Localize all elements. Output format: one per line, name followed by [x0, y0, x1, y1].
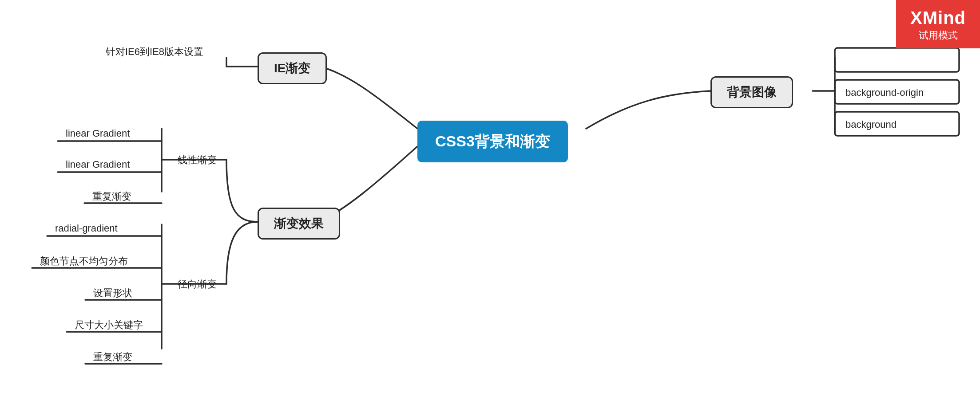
sub-linear-gradient[interactable]: 线性渐变: [178, 153, 217, 167]
branch-background-image[interactable]: 背景图像: [710, 76, 793, 108]
leaf-radial-3[interactable]: 尺寸大小关键字: [71, 316, 147, 334]
leaf-radial-1[interactable]: 颜色节点不均匀分布: [36, 252, 131, 271]
svg-rect-2: [835, 48, 959, 72]
leaf-linear-2[interactable]: 重复渐变: [89, 187, 135, 206]
xmind-brand-text: XMind: [910, 8, 966, 28]
leaf-ie-desc[interactable]: 针对IE6到IE8版本设置: [102, 43, 207, 61]
branch-ie-gradient[interactable]: IE渐变: [258, 52, 327, 84]
leaf-linear-1[interactable]: linear Gradient: [62, 156, 133, 173]
xmind-mode-text: 试用模式: [910, 29, 966, 42]
mindmap-canvas: CSS3背景和渐变 IE渐变 针对IE6到IE8版本设置 渐变效果 线性渐变 l…: [0, 0, 980, 397]
leaf-linear-0[interactable]: linear Gradient: [62, 125, 133, 142]
leaf-radial-4[interactable]: 重复渐变: [90, 348, 136, 366]
root-node[interactable]: CSS3背景和渐变: [417, 121, 568, 162]
leaf-bg[interactable]: background: [842, 116, 900, 133]
leaf-radial-0[interactable]: radial-gradient: [52, 220, 121, 237]
sub-radial-gradient[interactable]: 径向渐变: [178, 278, 217, 291]
xmind-trial-badge: XMind 试用模式: [896, 0, 980, 48]
leaf-bg-origin[interactable]: background-origin: [842, 84, 927, 101]
branch-gradient-effect[interactable]: 渐变效果: [258, 208, 340, 240]
leaf-radial-2[interactable]: 设置形状: [90, 284, 136, 303]
